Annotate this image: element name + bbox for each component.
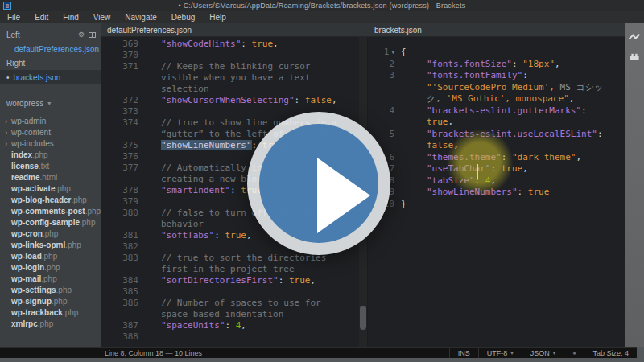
tree-item-wp-blog-header[interactable]: wp-blog-header.php bbox=[0, 194, 101, 205]
line-number: 2 bbox=[368, 59, 394, 71]
tree-item-readme[interactable]: readme.html bbox=[0, 171, 101, 183]
fold-arrow-icon[interactable]: ▼ bbox=[391, 49, 394, 55]
file-ext: .php bbox=[42, 252, 57, 261]
line-number: 4 bbox=[368, 105, 394, 117]
line-number bbox=[101, 174, 138, 185]
line-number: 380 bbox=[101, 208, 138, 219]
tree-item-wp-login[interactable]: wp-login.php bbox=[0, 261, 101, 273]
code-line: visible when you have a text bbox=[101, 72, 359, 84]
code-text: "showCursorWhenSelecting": false, bbox=[161, 95, 337, 106]
menu-view[interactable]: View bbox=[86, 13, 118, 22]
live-preview-icon[interactable] bbox=[628, 31, 641, 43]
file-base: wp-settings bbox=[11, 286, 56, 294]
code-line: 372"showCursorWhenSelecting": false, bbox=[101, 95, 359, 106]
tree-item-xmlrpc[interactable]: xmlrpc.php bbox=[0, 318, 101, 329]
line-number bbox=[101, 72, 138, 84]
line-number: 379 bbox=[101, 196, 138, 208]
file-base: wp-activate bbox=[11, 184, 55, 193]
line-number: 383 bbox=[101, 253, 138, 264]
menu-file[interactable]: File bbox=[0, 13, 27, 22]
line-number: 374 bbox=[101, 117, 138, 129]
file-ext: .php bbox=[44, 263, 60, 272]
file-base: license bbox=[11, 162, 39, 171]
status-right-segments: INSUTF-8▾JSON▾●Tab Size: 4 bbox=[449, 348, 637, 358]
tree-item-wp-links-opml[interactable]: wp-links-opml.php bbox=[0, 239, 101, 250]
tree-item-wp-cron[interactable]: wp-cron.php bbox=[0, 228, 101, 239]
code-line: "'SourceCodePro-Medium', MS ゴシッ bbox=[368, 82, 625, 94]
code-text: ク, 'MS Gothic', monospace", bbox=[427, 93, 574, 105]
working-sets: Left⚙defaultPreferences.jsonRight•bracke… bbox=[0, 23, 101, 84]
status-insert-mode[interactable]: INS bbox=[449, 348, 478, 358]
file-ext: .php bbox=[52, 297, 67, 306]
file-ext: .php bbox=[71, 195, 86, 204]
code-text: selection bbox=[161, 84, 209, 95]
file-base: wp-mail bbox=[11, 274, 41, 283]
code-line: space-based indentation bbox=[101, 309, 359, 320]
code-line: 4"brackets-eslint.gutterMarks": bbox=[368, 105, 625, 117]
tree-item-license[interactable]: license.txt bbox=[0, 160, 101, 171]
folder-name: wp-includes bbox=[11, 139, 54, 148]
working-set-label: Right bbox=[6, 59, 96, 68]
menu-debug[interactable]: Debug bbox=[164, 13, 202, 22]
menu-navigate[interactable]: Navigate bbox=[118, 13, 163, 22]
file-ext: .php bbox=[32, 150, 47, 159]
status-encoding[interactable]: UTF-8▾ bbox=[478, 348, 522, 358]
status-language-mode[interactable]: JSON▾ bbox=[522, 348, 564, 358]
click-highlight bbox=[446, 129, 514, 196]
split-view-icon[interactable] bbox=[89, 32, 96, 38]
tree-item-wp-mail[interactable]: wp-mail.php bbox=[0, 273, 101, 284]
tree-item-wp-load[interactable]: wp-load.php bbox=[0, 250, 101, 261]
status-label: UTF-8 bbox=[487, 349, 508, 357]
code-text: "softTabs": true, bbox=[161, 230, 252, 241]
line-number: 370 bbox=[101, 50, 138, 61]
status-lint-indicator[interactable]: ● bbox=[564, 348, 584, 358]
working-file-defaultPreferences.json[interactable]: defaultPreferences.json bbox=[0, 42, 101, 56]
code-text: "sortDirectoriesFirst": true, bbox=[161, 275, 316, 286]
right-toolbar bbox=[625, 23, 644, 347]
tree-item-wp-activate[interactable]: wp-activate.php bbox=[0, 183, 101, 194]
extension-manager-icon[interactable] bbox=[628, 51, 641, 62]
line-number bbox=[368, 93, 394, 105]
file-ext: .php bbox=[63, 308, 78, 317]
working-file-brackets.json[interactable]: •brackets.json bbox=[0, 70, 101, 84]
chevron-down-icon: ▾ bbox=[510, 350, 514, 356]
tree-item-index[interactable]: index.php bbox=[0, 149, 101, 160]
tree-item-wp-config-sample[interactable]: wp-config-sample.php bbox=[0, 216, 101, 228]
disclosure-icon: › bbox=[5, 139, 7, 148]
menu-edit[interactable]: Edit bbox=[27, 13, 56, 22]
pane-header-right[interactable]: brackets.json bbox=[368, 23, 625, 37]
play-button-circle bbox=[259, 124, 378, 243]
line-number bbox=[101, 129, 138, 140]
pane-header-left[interactable]: defaultPreferences.json bbox=[101, 23, 368, 37]
status-tab-size[interactable]: Tab Size: 4 bbox=[584, 348, 637, 358]
line-number: 3 bbox=[368, 70, 394, 82]
tree-item-wp-signup[interactable]: wp-signup.php bbox=[0, 295, 101, 306]
code-text: "brackets-eslint.useLocalESLint": bbox=[427, 129, 603, 141]
menu-find[interactable]: Find bbox=[56, 13, 85, 22]
status-label: JSON bbox=[530, 349, 550, 357]
line-number bbox=[101, 84, 138, 95]
scrollbar-thumb[interactable] bbox=[360, 306, 366, 330]
tree-item-wp-comments-post[interactable]: wp-comments-post.php bbox=[0, 205, 101, 216]
project-selector[interactable]: wordpress ▾ bbox=[0, 96, 101, 110]
brackets-window: [] • C:/Users/SMarcus/AppData/Roaming/Br… bbox=[0, 0, 644, 362]
tree-item-wp-trackback[interactable]: wp-trackback.php bbox=[0, 306, 101, 318]
menu-bar: FileEditFindViewNavigateDebugHelp bbox=[0, 11, 644, 23]
tree-item-wp-admin[interactable]: ›wp-admin bbox=[0, 115, 101, 126]
tree-item-wp-includes[interactable]: ›wp-includes bbox=[0, 138, 101, 149]
project-name: wordpress bbox=[6, 99, 43, 108]
tree-item-wp-content[interactable]: ›wp-content bbox=[0, 126, 101, 138]
line-number: 382 bbox=[101, 241, 138, 253]
code-text: "fonts.fontFamily": bbox=[427, 70, 528, 82]
gear-icon[interactable]: ⚙ bbox=[78, 31, 85, 39]
file-base: wp-blog-header bbox=[11, 195, 71, 204]
tree-item-wp-settings[interactable]: wp-settings.php bbox=[0, 284, 101, 295]
code-text: "brackets-eslint.gutterMarks": bbox=[427, 105, 587, 117]
video-play-button[interactable] bbox=[247, 112, 390, 255]
menu-help[interactable]: Help bbox=[202, 13, 233, 22]
code-text: behavior bbox=[161, 219, 204, 230]
line-number: 386 bbox=[101, 298, 138, 309]
file-base: wp-comments-post bbox=[11, 207, 85, 216]
line-number: 376 bbox=[101, 151, 138, 162]
code-line: 1▼{ bbox=[368, 47, 625, 59]
